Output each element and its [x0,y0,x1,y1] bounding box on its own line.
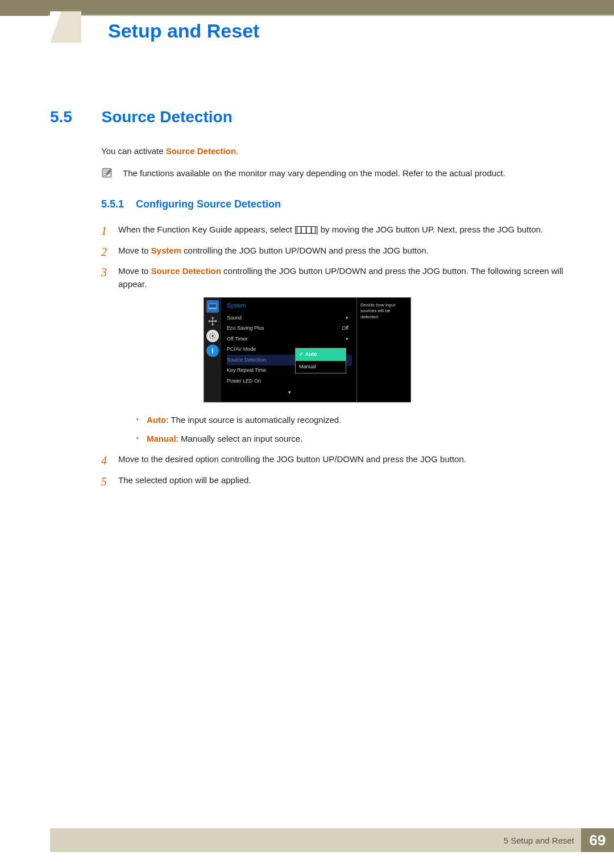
osd-dropdown: ✓Auto Manual [295,348,346,373]
bullet-manual-term: Manual [147,434,176,443]
intro-term: Source Detection [166,146,236,156]
subsection-title: Configuring Source Detection [136,198,281,210]
step-2a: Move to [118,246,151,255]
subsection-heading: 5.5.1 Configuring Source Detection [101,197,564,212]
osd-main: System Sound▸ Eco Saving PlusOff Off Tim… [221,298,356,402]
check-icon: ✓ [299,351,304,357]
step-2: Move to System controlling the JOG butto… [101,244,564,258]
content-area: You can activate Source Detection. The f… [101,145,564,495]
osd-title: System [227,301,352,310]
step-1: When the Function Key Guide appears, sel… [101,223,564,236]
step-2-system: System [151,246,181,255]
svg-point-3 [211,335,214,337]
option-bullets: Auto: The input source is automatically … [136,414,564,445]
step-1a: When the Function Key Guide appears, sel… [118,225,297,234]
top-bar [0,0,614,16]
osd-panel: i System Sound▸ Eco Saving PlusOff Off T… [204,297,411,402]
bullet-auto-term: Auto [147,415,166,425]
bullet-auto: Auto: The input source is automatically … [136,414,564,427]
step-2b: controlling the JOG button UP/DOWN and p… [181,246,429,255]
info-icon: i [206,344,219,357]
footer-page-number: 69 [581,828,614,852]
chevron-down-icon: ▾ [227,389,352,397]
step-1b: ] by moving the JOG button UP. Next, pre… [316,225,543,234]
subsection-number: 5.5.1 [101,197,133,212]
step-3-term: Source Detection [151,266,221,276]
note-text: The functions available on the monitor m… [123,167,505,180]
step-4: Move to the desired option controlling t… [101,453,564,466]
intro-sentence: You can activate Source Detection. [101,145,564,158]
chapter-title: Setup and Reset [108,20,259,42]
section-number: 5.5 [50,108,99,126]
osd-tooltip: Decide how input sources will be detecte… [356,298,410,402]
note-row: The functions available on the monitor m… [101,167,564,180]
gear-icon [206,330,219,342]
osd-option-auto: ✓Auto [296,348,346,361]
osd-screenshot: i System Sound▸ Eco Saving PlusOff Off T… [204,297,564,402]
steps-list: When the Function Key Guide appears, sel… [101,223,564,487]
step-5: The selected option will be applied. [101,474,564,487]
page-footer: 5 Setup and Reset 69 [50,828,614,852]
bullet-auto-desc: : The input source is automatically reco… [166,415,341,425]
bullet-manual: Manual: Manually select an input source. [136,433,564,446]
osd-option-manual: Manual [296,361,346,373]
bullet-manual-desc: : Manually select an input source. [176,434,303,443]
step-3a: Move to [118,266,151,276]
footer-chapter: 5 Setup and Reset [504,836,574,845]
svg-rect-2 [209,304,216,308]
picture-icon [206,300,219,313]
chapter-badge [50,11,81,43]
section-title: Source Detection [101,108,232,126]
osd-item-eco: Eco Saving PlusOff [227,323,352,334]
osd-item-powerled: Power LED On [227,376,352,387]
intro-prefix: You can activate [101,146,166,156]
osd-sidebar: i [204,298,221,402]
section-heading: 5.5 Source Detection [50,108,564,126]
info-glyph: i [211,346,213,356]
step-3: Move to Source Detection controlling the… [101,265,564,445]
note-icon [101,167,113,178]
intro-suffix: . [236,146,238,156]
arrows-icon [206,315,219,327]
menu-icon: ❙❙❙ [297,226,316,234]
osd-item-offtimer: Off Timer▸ [227,334,352,344]
osd-item-sound: Sound▸ [227,313,352,323]
